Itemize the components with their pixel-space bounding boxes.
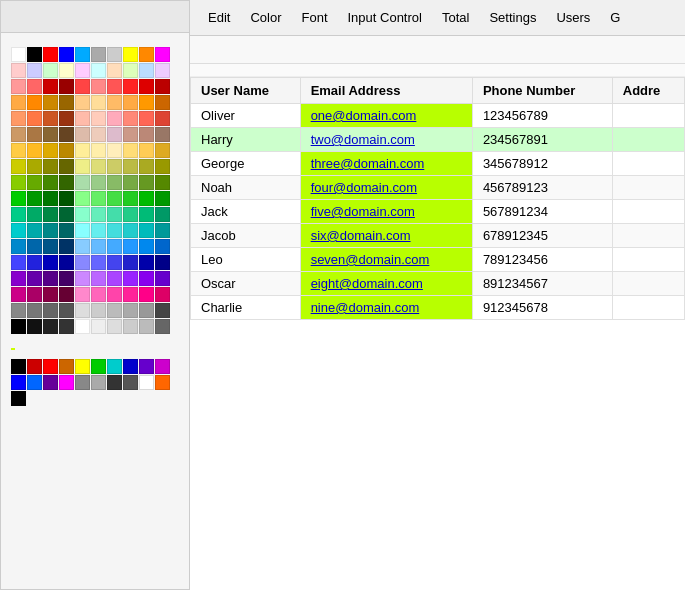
cell-color-swatch[interactable] — [139, 111, 154, 126]
cell-color-swatch[interactable] — [123, 47, 138, 62]
cell-color-swatch[interactable] — [75, 287, 90, 302]
text-color-swatch[interactable] — [43, 375, 58, 390]
cell-color-swatch[interactable] — [123, 63, 138, 78]
cell-color-swatch[interactable] — [75, 255, 90, 270]
cell-color-swatch[interactable] — [11, 111, 26, 126]
cell-color-swatch[interactable] — [107, 95, 122, 110]
cell-color-swatch[interactable] — [107, 111, 122, 126]
cell-color-swatch[interactable] — [123, 319, 138, 334]
cell-color-swatch[interactable] — [91, 271, 106, 286]
cell-color-swatch[interactable] — [107, 255, 122, 270]
cell-color-swatch[interactable] — [27, 271, 42, 286]
cell-color-swatch[interactable] — [107, 47, 122, 62]
cell-color-swatch[interactable] — [107, 79, 122, 94]
cell-color-swatch[interactable] — [75, 95, 90, 110]
cell-color-swatch[interactable] — [27, 191, 42, 206]
cell-color-swatch[interactable] — [43, 207, 58, 222]
cell-color-swatch[interactable] — [27, 255, 42, 270]
text-color-swatch[interactable] — [155, 359, 170, 374]
cell-color-swatch[interactable] — [75, 111, 90, 126]
cell-color-swatch[interactable] — [139, 287, 154, 302]
text-color-swatch[interactable] — [123, 375, 138, 390]
cell-color-swatch[interactable] — [11, 79, 26, 94]
cell-color-swatch[interactable] — [43, 255, 58, 270]
text-color-swatch[interactable] — [91, 375, 106, 390]
cell-color-swatch[interactable] — [91, 191, 106, 206]
cell-color-swatch[interactable] — [59, 223, 74, 238]
cell-color-swatch[interactable] — [27, 287, 42, 302]
cell-color-swatch[interactable] — [155, 127, 170, 142]
cell-color-swatch[interactable] — [43, 223, 58, 238]
cell-color-swatch[interactable] — [139, 207, 154, 222]
text-color-swatch[interactable] — [139, 375, 154, 390]
cell-color-swatch[interactable] — [139, 319, 154, 334]
cell-color-swatch[interactable] — [59, 127, 74, 142]
cell-color-swatch[interactable] — [155, 303, 170, 318]
cell-color-swatch[interactable] — [139, 47, 154, 62]
cell-color-swatch[interactable] — [155, 175, 170, 190]
text-color-swatch[interactable] — [107, 375, 122, 390]
email-cell[interactable]: six@domain.com — [300, 224, 472, 248]
cell-color-swatch[interactable] — [43, 287, 58, 302]
cell-color-swatch[interactable] — [43, 143, 58, 158]
cell-color-swatch[interactable] — [11, 239, 26, 254]
cell-color-swatch[interactable] — [139, 271, 154, 286]
text-color-swatch[interactable] — [11, 375, 26, 390]
cell-color-swatch[interactable] — [11, 303, 26, 318]
menu-item-edit[interactable]: Edit — [198, 6, 240, 29]
cell-color-swatch[interactable] — [59, 303, 74, 318]
cell-color-swatch[interactable] — [75, 319, 90, 334]
menu-item-color[interactable]: Color — [240, 6, 291, 29]
cell-color-swatch[interactable] — [43, 303, 58, 318]
cell-color-swatch[interactable] — [107, 303, 122, 318]
cell-color-swatch[interactable] — [155, 143, 170, 158]
text-color-swatch[interactable] — [27, 359, 42, 374]
cell-color-swatch[interactable] — [43, 271, 58, 286]
cell-color-swatch[interactable] — [43, 63, 58, 78]
text-color-swatch[interactable] — [59, 359, 74, 374]
menu-item-input-control[interactable]: Input Control — [338, 6, 432, 29]
cell-color-swatch[interactable] — [11, 255, 26, 270]
menu-item-g[interactable]: G — [600, 6, 630, 29]
cell-color-swatch[interactable] — [91, 239, 106, 254]
cell-color-swatch[interactable] — [139, 63, 154, 78]
cell-color-swatch[interactable] — [43, 95, 58, 110]
cell-color-swatch[interactable] — [27, 175, 42, 190]
cell-color-swatch[interactable] — [11, 271, 26, 286]
cell-color-swatch[interactable] — [11, 191, 26, 206]
cell-color-swatch[interactable] — [91, 159, 106, 174]
cell-color-swatch[interactable] — [43, 111, 58, 126]
cell-color-swatch[interactable] — [123, 175, 138, 190]
cell-color-swatch[interactable] — [123, 303, 138, 318]
cell-color-swatch[interactable] — [75, 143, 90, 158]
cell-color-swatch[interactable] — [43, 175, 58, 190]
cell-color-swatch[interactable] — [27, 159, 42, 174]
text-color-swatch[interactable] — [107, 359, 122, 374]
cell-color-swatch[interactable] — [123, 95, 138, 110]
cell-color-swatch[interactable] — [43, 47, 58, 62]
cell-color-swatch[interactable] — [107, 63, 122, 78]
cell-color-swatch[interactable] — [59, 111, 74, 126]
menu-item-users[interactable]: Users — [546, 6, 600, 29]
cell-color-swatch[interactable] — [139, 95, 154, 110]
cell-color-swatch[interactable] — [59, 63, 74, 78]
cell-color-swatch[interactable] — [11, 127, 26, 142]
cell-color-swatch[interactable] — [139, 191, 154, 206]
cell-color-swatch[interactable] — [91, 111, 106, 126]
cell-color-swatch[interactable] — [107, 223, 122, 238]
cell-color-swatch[interactable] — [59, 159, 74, 174]
cell-color-swatch[interactable] — [59, 319, 74, 334]
cell-color-swatch[interactable] — [75, 303, 90, 318]
cell-color-swatch[interactable] — [91, 319, 106, 334]
cell-color-swatch[interactable] — [59, 207, 74, 222]
cell-color-swatch[interactable] — [123, 255, 138, 270]
cell-color-swatch[interactable] — [75, 239, 90, 254]
cell-color-swatch[interactable] — [155, 111, 170, 126]
cell-color-swatch[interactable] — [139, 255, 154, 270]
cell-color-swatch[interactable] — [91, 175, 106, 190]
cell-color-swatch[interactable] — [27, 127, 42, 142]
text-color-swatch[interactable] — [139, 359, 154, 374]
cell-color-swatch[interactable] — [139, 159, 154, 174]
cell-color-swatch[interactable] — [59, 287, 74, 302]
cell-color-swatch[interactable] — [91, 95, 106, 110]
